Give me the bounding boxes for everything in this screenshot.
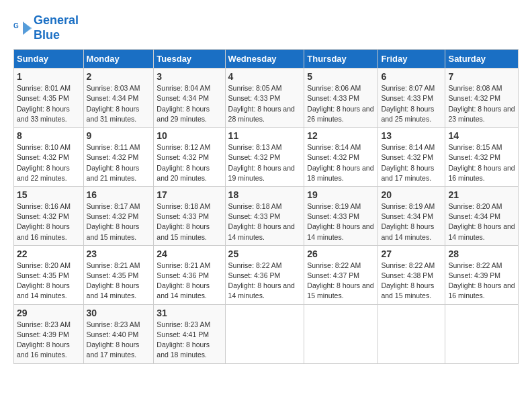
calendar-cell: 5 Sunrise: 8:06 AMSunset: 4:33 PMDayligh… [304, 68, 378, 128]
day-info: Sunrise: 8:19 AMSunset: 4:34 PMDaylight:… [381, 202, 435, 241]
day-info: Sunrise: 8:23 AMSunset: 4:40 PMDaylight:… [87, 320, 140, 359]
calendar-cell: 9 Sunrise: 8:11 AMSunset: 4:32 PMDayligh… [83, 128, 154, 187]
day-info: Sunrise: 8:15 AMSunset: 4:32 PMDaylight:… [448, 143, 515, 182]
day-header-tuesday: Tuesday [154, 50, 225, 68]
calendar-cell: 24 Sunrise: 8:21 AMSunset: 4:36 PMDaylig… [154, 245, 225, 304]
day-info: Sunrise: 8:14 AMSunset: 4:32 PMDaylight:… [307, 143, 373, 182]
day-header-monday: Monday [83, 50, 154, 68]
day-info: Sunrise: 8:18 AMSunset: 4:33 PMDaylight:… [157, 202, 210, 241]
calendar-cell: 11 Sunrise: 8:13 AMSunset: 4:32 PMDaylig… [225, 128, 304, 187]
day-number: 12 [307, 130, 375, 141]
day-number: 18 [228, 189, 302, 200]
day-info: Sunrise: 8:20 AMSunset: 4:34 PMDaylight:… [448, 202, 515, 241]
day-number: 7 [448, 71, 515, 82]
day-number: 2 [87, 71, 151, 82]
day-number: 11 [228, 130, 302, 141]
day-info: Sunrise: 8:18 AMSunset: 4:33 PMDaylight:… [228, 202, 295, 241]
day-info: Sunrise: 8:22 AMSunset: 4:37 PMDaylight:… [307, 261, 373, 300]
calendar-cell: 16 Sunrise: 8:17 AMSunset: 4:32 PMDaylig… [83, 186, 154, 245]
day-number: 27 [381, 248, 442, 259]
day-number: 23 [87, 248, 151, 259]
calendar-week-1: 1 Sunrise: 8:01 AMSunset: 4:35 PMDayligh… [14, 68, 519, 128]
svg-marker-2 [24, 23, 32, 34]
day-info: Sunrise: 8:22 AMSunset: 4:39 PMDaylight:… [448, 261, 515, 300]
calendar-cell: 21 Sunrise: 8:20 AMSunset: 4:34 PMDaylig… [445, 186, 519, 245]
day-info: Sunrise: 8:06 AMSunset: 4:33 PMDaylight:… [307, 84, 373, 123]
calendar-week-5: 29 Sunrise: 8:23 AMSunset: 4:39 PMDaylig… [14, 304, 519, 363]
day-info: Sunrise: 8:14 AMSunset: 4:32 PMDaylight:… [381, 143, 435, 182]
day-info: Sunrise: 8:23 AMSunset: 4:41 PMDaylight:… [157, 320, 210, 359]
day-number: 6 [381, 71, 442, 82]
calendar-cell [378, 304, 445, 363]
calendar-cell: 1 Sunrise: 8:01 AMSunset: 4:35 PMDayligh… [14, 68, 84, 128]
day-number: 25 [228, 248, 302, 259]
day-number: 28 [448, 248, 515, 259]
calendar-cell: 17 Sunrise: 8:18 AMSunset: 4:33 PMDaylig… [154, 186, 225, 245]
calendar-cell [445, 304, 519, 363]
day-info: Sunrise: 8:05 AMSunset: 4:33 PMDaylight:… [228, 84, 295, 123]
day-number: 9 [87, 130, 151, 141]
calendar-cell: 8 Sunrise: 8:10 AMSunset: 4:32 PMDayligh… [14, 128, 84, 187]
day-info: Sunrise: 8:20 AMSunset: 4:35 PMDaylight:… [17, 261, 71, 300]
day-info: Sunrise: 8:22 AMSunset: 4:36 PMDaylight:… [228, 261, 295, 300]
svg-text:G: G [13, 22, 19, 30]
day-number: 20 [381, 189, 442, 200]
logo-icon: G [13, 19, 32, 38]
day-number: 14 [448, 130, 515, 141]
calendar-week-4: 22 Sunrise: 8:20 AMSunset: 4:35 PMDaylig… [14, 245, 519, 304]
calendar-cell: 25 Sunrise: 8:22 AMSunset: 4:36 PMDaylig… [225, 245, 304, 304]
day-number: 31 [157, 308, 222, 318]
calendar-week-3: 15 Sunrise: 8:16 AMSunset: 4:32 PMDaylig… [14, 186, 519, 245]
day-number: 30 [87, 308, 151, 318]
day-number: 22 [17, 248, 81, 259]
day-number: 26 [307, 248, 375, 259]
day-number: 16 [87, 189, 151, 200]
calendar-cell: 15 Sunrise: 8:16 AMSunset: 4:32 PMDaylig… [14, 186, 84, 245]
calendar-cell [225, 304, 304, 363]
calendar-cell: 10 Sunrise: 8:12 AMSunset: 4:32 PMDaylig… [154, 128, 225, 187]
day-info: Sunrise: 8:17 AMSunset: 4:32 PMDaylight:… [87, 202, 140, 241]
calendar-cell: 18 Sunrise: 8:18 AMSunset: 4:33 PMDaylig… [225, 186, 304, 245]
day-header-thursday: Thursday [304, 50, 378, 68]
calendar-cell: 12 Sunrise: 8:14 AMSunset: 4:32 PMDaylig… [304, 128, 378, 187]
day-header-saturday: Saturday [445, 50, 519, 68]
calendar-cell: 20 Sunrise: 8:19 AMSunset: 4:34 PMDaylig… [378, 186, 445, 245]
day-info: Sunrise: 8:21 AMSunset: 4:35 PMDaylight:… [87, 261, 140, 300]
calendar-cell: 26 Sunrise: 8:22 AMSunset: 4:37 PMDaylig… [304, 245, 378, 304]
day-info: Sunrise: 8:23 AMSunset: 4:39 PMDaylight:… [17, 320, 71, 359]
calendar-body: 1 Sunrise: 8:01 AMSunset: 4:35 PMDayligh… [14, 68, 519, 363]
day-info: Sunrise: 8:12 AMSunset: 4:32 PMDaylight:… [157, 143, 210, 182]
day-header-friday: Friday [378, 50, 445, 68]
calendar-header: SundayMondayTuesdayWednesdayThursdayFrid… [14, 50, 519, 68]
logo-line2: Blue [34, 28, 79, 43]
calendar-cell: 4 Sunrise: 8:05 AMSunset: 4:33 PMDayligh… [225, 68, 304, 128]
calendar-cell: 22 Sunrise: 8:20 AMSunset: 4:35 PMDaylig… [14, 245, 84, 304]
calendar-cell: 6 Sunrise: 8:07 AMSunset: 4:33 PMDayligh… [378, 68, 445, 128]
day-info: Sunrise: 8:16 AMSunset: 4:32 PMDaylight:… [17, 202, 71, 241]
day-number: 4 [228, 71, 302, 82]
day-number: 21 [448, 189, 515, 200]
calendar-cell: 2 Sunrise: 8:03 AMSunset: 4:34 PMDayligh… [83, 68, 154, 128]
calendar-cell: 23 Sunrise: 8:21 AMSunset: 4:35 PMDaylig… [83, 245, 154, 304]
day-info: Sunrise: 8:11 AMSunset: 4:32 PMDaylight:… [87, 143, 140, 182]
calendar-cell: 19 Sunrise: 8:19 AMSunset: 4:33 PMDaylig… [304, 186, 378, 245]
day-number: 29 [17, 308, 81, 318]
calendar-cell: 27 Sunrise: 8:22 AMSunset: 4:38 PMDaylig… [378, 245, 445, 304]
day-number: 19 [307, 189, 375, 200]
day-number: 15 [17, 189, 81, 200]
calendar-cell: 3 Sunrise: 8:04 AMSunset: 4:34 PMDayligh… [154, 68, 225, 128]
day-header-sunday: Sunday [14, 50, 84, 68]
day-number: 13 [381, 130, 442, 141]
day-info: Sunrise: 8:21 AMSunset: 4:36 PMDaylight:… [157, 261, 210, 300]
logo-line1: General [34, 13, 79, 28]
calendar-cell: 30 Sunrise: 8:23 AMSunset: 4:40 PMDaylig… [83, 304, 154, 363]
day-number: 24 [157, 248, 222, 259]
calendar-cell: 29 Sunrise: 8:23 AMSunset: 4:39 PMDaylig… [14, 304, 84, 363]
day-info: Sunrise: 8:03 AMSunset: 4:34 PMDaylight:… [87, 84, 140, 123]
day-number: 5 [307, 71, 375, 82]
day-info: Sunrise: 8:13 AMSunset: 4:32 PMDaylight:… [228, 143, 295, 182]
calendar-cell [304, 304, 378, 363]
day-info: Sunrise: 8:22 AMSunset: 4:38 PMDaylight:… [381, 261, 435, 300]
calendar-cell: 13 Sunrise: 8:14 AMSunset: 4:32 PMDaylig… [378, 128, 445, 187]
day-info: Sunrise: 8:04 AMSunset: 4:34 PMDaylight:… [157, 84, 210, 123]
